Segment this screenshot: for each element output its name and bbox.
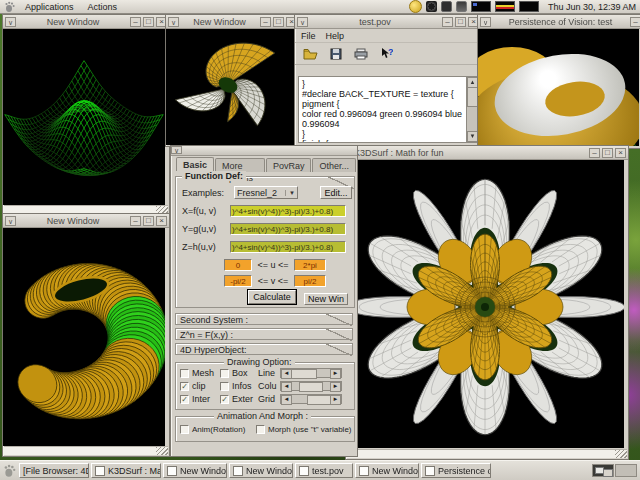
edit-button[interactable]: Edit... <box>320 186 352 199</box>
slider-thumb[interactable] <box>299 382 323 392</box>
new-win-button[interactable]: New Win <box>304 293 348 305</box>
window-menu-icon[interactable]: ∨ <box>297 17 308 27</box>
spiral-viewport[interactable] <box>166 29 297 145</box>
window-menu-icon[interactable]: ∨ <box>5 17 16 27</box>
titlebar[interactable]: K3DSurf : Math for fun – □ × <box>346 146 628 160</box>
menu-help[interactable]: Help <box>326 31 345 41</box>
pager-workspace-active[interactable] <box>592 464 614 477</box>
minimize-button[interactable]: – <box>589 148 600 158</box>
surface-viewport[interactable] <box>346 160 624 448</box>
titlebar[interactable]: ∨ test.pov – □ × <box>295 15 481 29</box>
gnome-footprint-icon[interactable] <box>3 464 17 478</box>
open-icon[interactable] <box>303 48 318 60</box>
task-new-window-1[interactable]: New Window <box>163 463 227 478</box>
clip-checkbox[interactable]: ✓ <box>180 382 189 391</box>
minimize-button[interactable]: – <box>130 17 141 27</box>
display-tray-icon[interactable] <box>441 1 452 12</box>
tab-other[interactable]: Other... <box>312 158 356 172</box>
arrow-left-icon[interactable]: ◄ <box>281 382 292 392</box>
z-function-input[interactable]: )^4+sin(v)^4))^3)-pi)/3.)+0.8) <box>230 241 346 253</box>
clock[interactable]: Thu Jun 30, 12:39 AM <box>543 2 636 12</box>
pager-workspace-2[interactable] <box>615 464 637 477</box>
save-icon[interactable] <box>330 48 342 60</box>
window-menu-icon[interactable]: ∨ <box>171 146 182 154</box>
task-k3dsurf[interactable]: K3DSurf : Math f <box>91 463 161 478</box>
task-testpov[interactable]: test.pov <box>295 463 353 478</box>
maximize-button[interactable]: □ <box>455 17 466 27</box>
brightness-tray-icon[interactable] <box>426 1 437 12</box>
window-menu-icon[interactable]: ∨ <box>480 17 491 27</box>
titlebar[interactable]: ∨ New Window – □ × <box>3 15 169 29</box>
maximize-button[interactable]: □ <box>143 216 154 226</box>
workspace-thumb-2[interactable] <box>495 1 515 12</box>
mesh-checkbox[interactable] <box>180 369 189 378</box>
pov-code-editor[interactable]: } #declare BACK_TEXTURE = texture { pigm… <box>298 76 467 143</box>
task-file-browser[interactable]: [File Browser: 4D <box>19 463 89 478</box>
infos-checkbox[interactable] <box>220 382 229 391</box>
screenshot-tray-icon[interactable] <box>456 1 467 12</box>
anim-rotation-checkbox[interactable] <box>180 425 189 434</box>
close-button[interactable]: × <box>615 148 626 158</box>
task-povray[interactable]: Persistence of V <box>421 463 491 478</box>
maximize-button[interactable]: □ <box>143 17 154 27</box>
task-new-window-3[interactable]: New Window <box>355 463 419 478</box>
hyperobject-strip[interactable]: 4D HyperObject: <box>175 343 353 355</box>
x-function-input[interactable]: )^4+sin(v)^4))^3)-pi)/3.)+0.8) <box>230 205 346 217</box>
line-slider[interactable]: ◄ ► <box>280 368 342 378</box>
y-function-input[interactable]: )^4+sin(v)^4))^3)-pi)/3.)+0.8) <box>230 223 346 235</box>
context-help-icon[interactable]: ? <box>380 47 393 60</box>
box-checkbox[interactable] <box>220 369 229 378</box>
menu-applications[interactable]: Applications <box>20 2 79 12</box>
maximize-button[interactable]: □ <box>273 17 284 27</box>
zn-strip[interactable]: Z^n = F(x,y) : <box>175 328 353 340</box>
wireframe-viewport[interactable] <box>3 29 165 205</box>
v-max-input[interactable]: pi/2 <box>294 275 326 287</box>
slider-thumb[interactable] <box>291 369 317 379</box>
u-max-input[interactable]: 2*pi <box>294 259 326 271</box>
task-label: New Window <box>372 466 419 476</box>
resize-grip[interactable] <box>615 450 627 458</box>
second-system-strip[interactable]: Second System : <box>175 313 353 325</box>
window-menu-icon[interactable]: ∨ <box>168 17 179 27</box>
u-min-input[interactable]: 0 <box>224 259 252 271</box>
titlebar[interactable]: ∨ <box>171 146 357 156</box>
arrow-right-icon[interactable]: ► <box>330 382 341 392</box>
resize-grip[interactable] <box>156 447 168 455</box>
torus-viewport[interactable] <box>3 228 165 446</box>
tab-more-options[interactable]: More Options <box>215 158 265 172</box>
minimize-button[interactable]: – <box>630 17 640 27</box>
clip-label: clip <box>189 381 220 391</box>
calculate-button[interactable]: Calculate <box>248 290 296 304</box>
window-menu-icon[interactable]: ∨ <box>5 216 16 226</box>
tab-basic[interactable]: Basic <box>176 157 214 171</box>
arrow-left-icon[interactable]: ◄ <box>281 395 292 405</box>
minimize-button[interactable]: – <box>260 17 271 27</box>
task-new-window-2[interactable]: New Window <box>229 463 293 478</box>
slider-thumb[interactable] <box>307 395 331 405</box>
maximize-button[interactable]: □ <box>602 148 613 158</box>
examples-combobox[interactable]: Fresnel_2 ▼ <box>234 186 298 199</box>
grid-slider[interactable]: ◄ ► <box>280 394 342 404</box>
gnome-footprint-icon[interactable] <box>4 1 16 13</box>
print-icon[interactable] <box>354 48 368 60</box>
titlebar[interactable]: ∨ Persistence of Vision: test – <box>478 15 640 29</box>
menu-file[interactable]: File <box>301 31 316 41</box>
lightbulb-tray-icon[interactable] <box>409 0 422 13</box>
minimize-button[interactable]: – <box>442 17 453 27</box>
exter-checkbox[interactable]: ✓ <box>220 395 229 404</box>
inter-checkbox[interactable]: ✓ <box>180 395 189 404</box>
minimize-button[interactable]: – <box>130 216 141 226</box>
titlebar[interactable]: ∨ New Window – □ × <box>166 15 299 29</box>
v-min-input[interactable]: -pi/2 <box>224 275 252 287</box>
morph-checkbox[interactable] <box>256 425 265 434</box>
titlebar[interactable]: ∨ New Window – □ × <box>3 214 169 228</box>
arrow-right-icon[interactable]: ► <box>330 369 341 379</box>
close-button[interactable]: × <box>156 216 167 226</box>
workspace-thumb-1[interactable] <box>471 1 491 12</box>
arrow-right-icon[interactable]: ► <box>330 395 341 405</box>
workspace-thumb-3[interactable] <box>519 1 539 12</box>
tab-povray[interactable]: PovRay <box>266 158 312 172</box>
window-testpov: ∨ test.pov – □ × File Help ? } #declare … <box>294 14 482 146</box>
menu-actions[interactable]: Actions <box>83 2 123 12</box>
colu-slider[interactable]: ◄ ► <box>280 381 342 391</box>
